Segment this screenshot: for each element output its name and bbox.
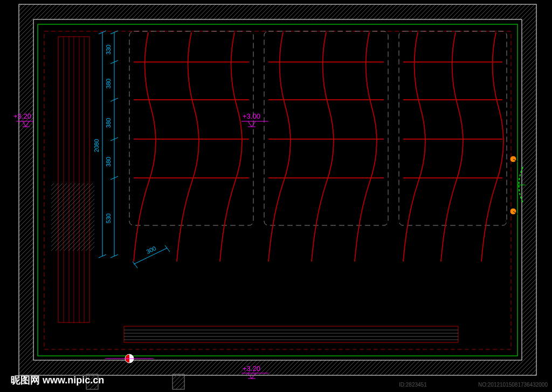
- cad-svg: 330 380 380 380 530 2080 300 +3.20 +3.00…: [0, 0, 552, 392]
- elev-left-text: +3.20: [13, 112, 31, 120]
- watermark-id-right: NO:20121015081736432000: [478, 382, 548, 388]
- watermark-id-left: ID:2823451: [399, 382, 427, 388]
- dim-380b: 380: [105, 118, 112, 128]
- elev-bottom-text: +3.20: [243, 365, 260, 373]
- dim-380a: 380: [105, 79, 112, 88]
- watermark-logo: 昵图网 www.nipic.cn: [11, 374, 104, 387]
- dim-2080: 2080: [93, 139, 100, 152]
- svg-rect-6: [51, 183, 94, 251]
- inner-wall-mask: [33, 19, 522, 360]
- dim-380c: 380: [105, 157, 112, 167]
- elev-center-text: +3.00: [243, 112, 260, 120]
- dim-330: 330: [105, 45, 112, 54]
- cad-drawing-canvas: 330 380 380 380 530 2080 300 +3.20 +3.00…: [0, 0, 552, 392]
- opening-2: [172, 374, 184, 389]
- dim-530: 530: [105, 214, 112, 223]
